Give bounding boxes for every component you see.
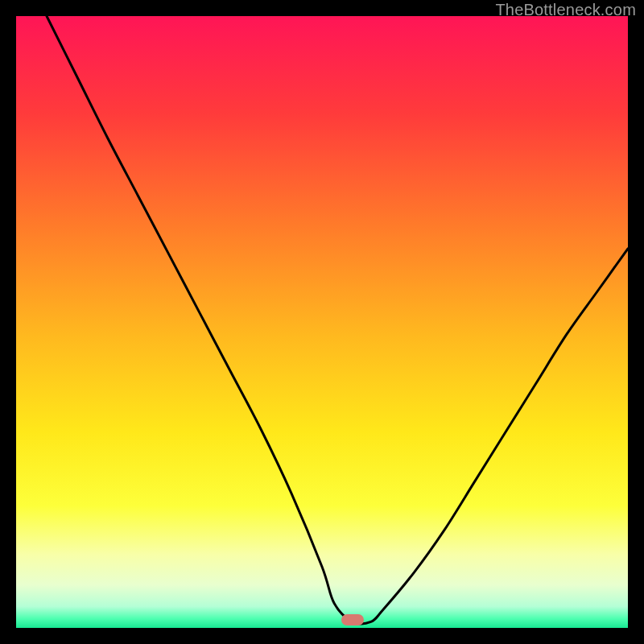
bottleneck-curve	[47, 16, 628, 624]
optimal-point-marker	[341, 614, 364, 625]
curve-layer	[16, 16, 628, 628]
plot-area	[16, 16, 628, 628]
chart-frame: TheBottleneck.com	[0, 0, 644, 644]
